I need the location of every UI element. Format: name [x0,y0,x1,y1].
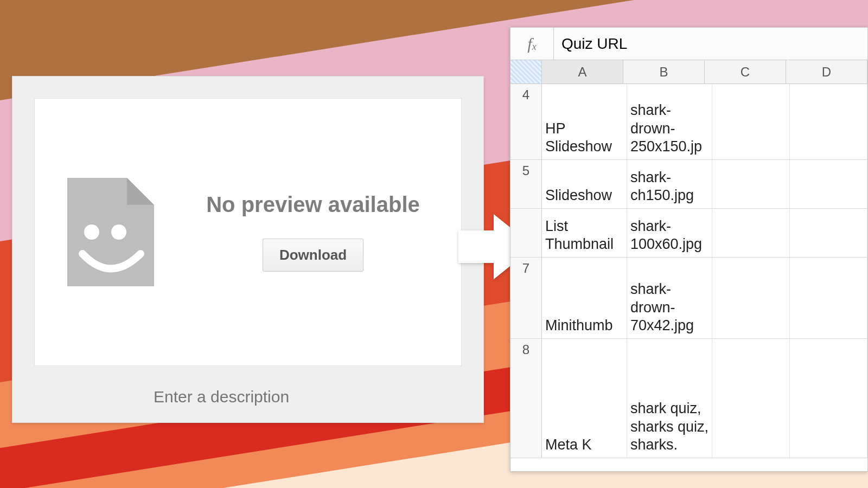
cell[interactable]: Meta K [542,339,627,458]
svg-point-1 [111,224,126,240]
cell[interactable]: shark-100x60.jpg [627,209,712,257]
cell[interactable]: Minithumb [542,258,627,338]
table-row: 4 HP Slideshow shark-drown-250x150.jp [510,84,867,160]
col-header-D[interactable]: D [786,60,867,84]
row-number[interactable]: 5 [510,160,542,208]
cell[interactable] [790,160,867,208]
cell[interactable] [712,160,790,208]
col-header-C[interactable]: C [705,60,786,84]
cell[interactable]: shark-ch150.jpg [627,160,712,208]
table-row: 5 Slideshow shark-ch150.jpg [510,160,867,209]
cell[interactable] [790,339,867,458]
cell[interactable]: List Thumbnail [542,209,627,257]
svg-point-0 [84,224,99,240]
fx-icon: fx [510,28,554,60]
cell[interactable] [790,209,867,257]
row-number[interactable] [510,209,542,257]
spreadsheet-grid[interactable]: 4 HP Slideshow shark-drown-250x150.jp 5 … [510,84,867,471]
row-number[interactable]: 4 [510,84,542,159]
row-number[interactable]: 8 [510,339,542,458]
col-header-B[interactable]: B [623,60,705,84]
cell[interactable] [790,258,867,338]
cell[interactable]: Slideshow [542,160,627,208]
no-preview-label: No preview available [206,192,420,217]
cell[interactable] [712,258,790,338]
select-all-corner[interactable] [510,60,542,84]
spreadsheet-panel: fx A B C D 4 HP Slideshow shark-drown-25… [510,27,868,472]
cell[interactable]: HP Slideshow [542,84,627,159]
description-input[interactable] [34,388,462,406]
cell[interactable]: shark-drown-70x42.jpg [627,258,712,338]
formula-input[interactable] [554,35,867,53]
row-number[interactable]: 7 [510,258,542,338]
col-header-A[interactable]: A [542,60,623,84]
column-headers: A B C D [510,60,867,84]
table-row: List Thumbnail shark-100x60.jpg [510,209,867,258]
preview-inner: No preview available Download [34,98,462,366]
table-row: 8 Meta K shark quiz, sharks quiz, sharks… [510,339,867,458]
cell[interactable]: shark quiz, sharks quiz, sharks. [627,339,712,458]
drive-preview-card: No preview available Download [12,76,484,423]
formula-bar: fx [510,28,867,60]
cell[interactable]: shark-drown-250x150.jp [627,84,712,159]
download-button[interactable]: Download [263,239,363,272]
cell[interactable] [790,84,867,159]
cell[interactable] [712,339,790,458]
table-row: 7 Minithumb shark-drown-70x42.jpg [510,258,867,339]
cell[interactable] [712,209,790,257]
cell[interactable] [712,84,790,159]
file-smiley-icon [62,172,159,292]
